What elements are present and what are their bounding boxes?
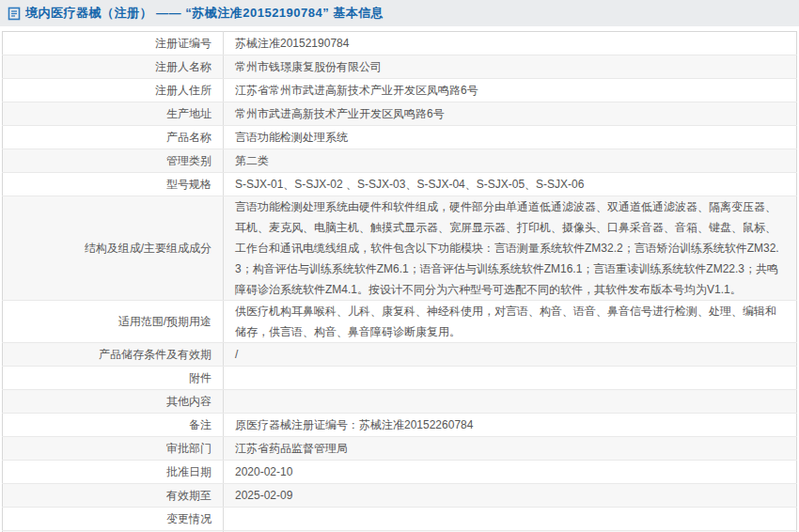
row-label: 变更情况	[3, 508, 224, 531]
row-value: 供医疗机构耳鼻喉科、儿科、康复科、神经科使用，对言语、构音、语音、鼻音信号进行检…	[224, 301, 797, 343]
page-title: 境内医疗器械（注册） —— “苏械注准20152190784” 基本信息	[25, 5, 384, 22]
row-label: 有效期至	[3, 484, 224, 508]
table-row: 生产地址 常州市武进高新技术产业开发区凤鸣路6号	[3, 102, 797, 126]
document-icon	[8, 7, 21, 21]
row-value: 江苏省常州市武进高新技术产业开发区凤鸣路6号	[224, 79, 797, 102]
table-row: 管理类别 第二类	[3, 149, 797, 173]
row-label: 附件	[3, 367, 224, 390]
row-value: 常州市武进高新技术产业开发区凤鸣路6号	[224, 102, 797, 126]
row-label: 备注	[3, 414, 224, 437]
table-row: 注册证编号 苏械注准20152190784	[3, 32, 797, 55]
row-label: 管理类别	[3, 149, 224, 173]
table-row: 备注 原医疗器械注册证编号：苏械注准20152260784	[3, 414, 797, 437]
row-label: 结构及组成/主要组成成分	[3, 196, 224, 301]
page-header-bar: 境内医疗器械（注册） —— “苏械注准20152190784” 基本信息	[0, 0, 799, 26]
row-value: 第二类	[224, 149, 797, 173]
row-label: 其他内容	[3, 390, 224, 414]
table-row: 产品储存条件及有效期 /	[3, 343, 797, 367]
row-value	[224, 367, 797, 390]
row-value: 2025-02-09	[224, 484, 797, 508]
row-label: 审批部门	[3, 437, 224, 461]
row-label: 注册证编号	[3, 32, 224, 55]
row-value: /	[224, 343, 797, 367]
row-label: 注册人名称	[3, 55, 224, 79]
row-value: 言语功能检测处理系统	[224, 126, 797, 149]
row-value: 江苏省药品监督管理局	[224, 437, 797, 461]
row-value: 常州市钱璟康复股份有限公司	[224, 55, 797, 79]
row-value	[224, 390, 797, 414]
row-value: 2020-02-10	[224, 461, 797, 484]
table-row: 变更情况	[3, 508, 797, 531]
table-row: 其他内容	[3, 390, 797, 414]
registration-info-table: 注册证编号 苏械注准20152190784 注册人名称 常州市钱璟康复股份有限公…	[2, 31, 797, 532]
table-row: 注册人名称 常州市钱璟康复股份有限公司	[3, 55, 797, 79]
table-row: 有效期至 2025-02-09	[3, 484, 797, 508]
row-label: 注册人住所	[3, 79, 224, 102]
row-value: 原医疗器械注册证编号：苏械注准20152260784	[224, 414, 797, 437]
table-row: 适用范围/预期用途 供医疗机构耳鼻喉科、儿科、康复科、神经科使用，对言语、构音、…	[3, 301, 797, 343]
row-label: 型号规格	[3, 173, 224, 196]
table-row: 审批部门 江苏省药品监督管理局	[3, 437, 797, 461]
row-value: 苏械注准20152190784	[224, 32, 797, 55]
row-value: 言语功能检测处理系统由硬件和软件组成，硬件部分由单通道低通滤波器、双通道低通滤波…	[224, 196, 797, 301]
row-label: 生产地址	[3, 102, 224, 126]
row-label: 产品名称	[3, 126, 224, 149]
row-label: 批准日期	[3, 461, 224, 484]
row-value	[224, 508, 797, 531]
table-row: 结构及组成/主要组成成分 言语功能检测处理系统由硬件和软件组成，硬件部分由单通道…	[3, 196, 797, 301]
table-row: 型号规格 S-SJX-01、S-SJX-02 、S-SJX-03、S-SJX-0…	[3, 173, 797, 196]
row-value: S-SJX-01、S-SJX-02 、S-SJX-03、S-SJX-04、S-S…	[224, 173, 797, 196]
row-label: 产品储存条件及有效期	[3, 343, 224, 367]
table-row: 注册人住所 江苏省常州市武进高新技术产业开发区凤鸣路6号	[3, 79, 797, 102]
row-label: 适用范围/预期用途	[3, 301, 224, 343]
table-row: 产品名称 言语功能检测处理系统	[3, 126, 797, 149]
table-row: 附件	[3, 367, 797, 390]
table-row: 批准日期 2020-02-10	[3, 461, 797, 484]
